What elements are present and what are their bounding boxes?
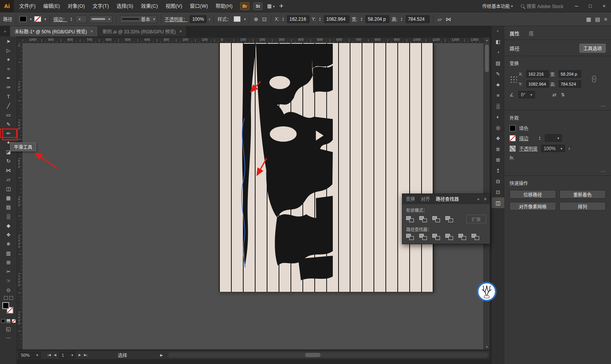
pencil-smooth-tool[interactable]: ✏ — [0, 129, 17, 138]
intersect-icon[interactable] — [432, 216, 440, 222]
panel-layout-icon[interactable]: ▤ — [595, 16, 600, 22]
gradient-mode-icon[interactable] — [7, 319, 10, 323]
stepper-down-icon[interactable]: ▾ — [318, 19, 322, 22]
tab-align[interactable]: 对齐 — [421, 195, 430, 202]
opacity-disclosure-icon[interactable]: › — [209, 17, 210, 22]
y-input[interactable]: 1082.964 — [324, 15, 349, 23]
document-tab-active[interactable]: 未标题-1* @ 50% (RGB/GPU 预览) × — [10, 26, 98, 36]
stroke-weight-select[interactable]: ▾ — [75, 15, 87, 23]
stroke-color-swatch[interactable] — [510, 135, 516, 141]
menu-select[interactable]: 选择(S) — [113, 0, 137, 12]
transform-more-options-icon[interactable]: ··· — [504, 102, 611, 110]
merge-icon[interactable] — [432, 234, 440, 240]
panel-icon-swatches[interactable]: ▤ — [491, 58, 505, 68]
panel-icon-symbols[interactable]: ♣ — [491, 79, 505, 90]
rotate-tool[interactable]: ↻ — [0, 156, 17, 165]
tab-properties[interactable]: 属性 — [510, 30, 520, 37]
divide-icon[interactable] — [406, 234, 414, 240]
panel-icon-brushes[interactable]: ✎ — [491, 68, 505, 79]
magic-wand-tool[interactable]: ✶ — [0, 55, 17, 64]
opacity-select[interactable]: 100%▾ — [541, 145, 565, 152]
last-artboard-icon[interactable]: ▶| — [84, 353, 87, 357]
preferences-icon[interactable]: ⊡ — [262, 16, 267, 22]
swap-colors-icon[interactable] — [9, 296, 13, 300]
artboard-number-select[interactable]: 1▾ — [59, 352, 75, 358]
stepper-down-icon[interactable]: ▾ — [281, 19, 285, 22]
close-tab-icon[interactable]: × — [90, 29, 93, 34]
rectangle-tool[interactable]: ▭ — [0, 110, 17, 119]
opacity-disclosure-icon[interactable]: › — [568, 146, 570, 151]
stepper-down-icon[interactable]: ▾ — [70, 19, 73, 22]
minus-back-icon[interactable] — [472, 234, 479, 240]
next-artboard-icon[interactable]: ▶ — [78, 353, 81, 357]
stroke-label[interactable]: 描边 — [519, 135, 528, 141]
width-stepper[interactable]: ▴▾ — [360, 17, 363, 22]
panel-icon-transparency[interactable]: ◐ — [491, 111, 505, 122]
screen-mode-icon[interactable]: ◱ — [0, 326, 17, 332]
height-input[interactable] — [559, 80, 581, 88]
pen-tool[interactable]: ✒ — [0, 73, 17, 83]
document-tab[interactable]: 新的.ai @ 33.33% (RGB/GPU 预览) × — [98, 26, 187, 36]
panel-icon-gradient[interactable]: ▒ — [491, 101, 505, 111]
x-input[interactable] — [526, 70, 549, 78]
horizontal-ruler[interactable]: 1000 900 800 700 600 500 400 300 200 100… — [22, 38, 483, 43]
fill-color-swatch[interactable] — [20, 16, 27, 22]
stroke-weight-label[interactable]: 描边： — [53, 16, 67, 22]
bridge-button[interactable]: Br — [240, 2, 249, 10]
toolbar-collapse-icon[interactable]: » — [0, 26, 10, 36]
status-expand-icon[interactable]: ▶ — [160, 353, 163, 357]
document-setup-icon[interactable]: ⊕ — [254, 16, 258, 22]
fill-color-swatch[interactable] — [510, 125, 516, 131]
shape-builder-tool[interactable]: ◫ — [0, 184, 17, 193]
free-transform-tool[interactable]: ▱ — [0, 175, 17, 184]
tab-pathfinder[interactable]: 路径查找器 — [436, 195, 459, 202]
app-logo[interactable]: Ai — [0, 0, 14, 12]
width-tool[interactable]: ⋈ — [0, 165, 17, 175]
panel-icon-appearance[interactable]: ◎ — [491, 122, 505, 133]
vertical-ruler[interactable]: 0 200 400 600 800 1000 1200 1400 — [17, 43, 22, 349]
fill-color-box[interactable] — [2, 302, 9, 309]
color-mode-icon[interactable] — [1, 319, 5, 323]
arrange-documents-icon[interactable]: ▦▾ — [267, 3, 275, 9]
unite-icon[interactable] — [406, 216, 414, 222]
stroke-weight-stepper[interactable]: ▴▾ — [538, 136, 541, 141]
slice-tool[interactable]: ✂ — [0, 267, 17, 276]
rotation-select[interactable]: 0°▾ — [518, 91, 535, 98]
menu-edit[interactable]: 编辑(E) — [40, 0, 64, 12]
panel-icon-artboards[interactable]: ⊞ — [491, 154, 505, 165]
eyedropper-tool[interactable]: ◆ — [0, 221, 17, 230]
isolate-icon[interactable]: ⋈ — [445, 16, 451, 22]
crop-icon[interactable] — [445, 234, 453, 240]
recolor-button[interactable]: 重新着色 — [560, 190, 606, 199]
appearance-more-options-icon[interactable]: ··· — [504, 167, 611, 175]
effects-button[interactable]: fx. — [510, 155, 515, 160]
panel-icon-asset-export[interactable]: ↥ — [491, 165, 505, 176]
offset-path-button[interactable]: 位移路径 — [510, 190, 556, 199]
stroke-weight-stepper[interactable]: ▴▾ — [70, 17, 73, 22]
perspective-grid-tool[interactable]: ▦ — [0, 193, 17, 202]
flip-horizontal-icon[interactable]: ⇄ — [553, 92, 556, 98]
trim-icon[interactable] — [419, 234, 427, 240]
first-artboard-icon[interactable]: |◀ — [48, 353, 51, 357]
ruler-origin-corner[interactable] — [17, 38, 22, 43]
minimize-button[interactable]: ─ — [569, 0, 583, 12]
stepper-down-icon[interactable]: ▾ — [360, 19, 363, 22]
maximize-button[interactable]: □ — [583, 0, 597, 12]
panel-collapse-icon[interactable]: » — [477, 197, 479, 201]
tool-options-button[interactable]: 工具选项 — [579, 44, 606, 53]
y-stepper[interactable]: ▴▾ — [318, 17, 322, 22]
width-profile-select[interactable]: ▾ — [89, 15, 113, 23]
blend-tool[interactable]: ❖ — [0, 230, 17, 239]
collapse-panels-icon[interactable]: » — [491, 26, 504, 36]
tab-transform[interactable]: 变换 — [406, 195, 415, 202]
expand-button[interactable]: 扩展 — [466, 215, 486, 223]
panel-icon-color[interactable]: ◧ — [491, 36, 505, 47]
arrange-button[interactable]: 排列 — [560, 202, 606, 210]
opacity-input[interactable]: 100% — [190, 15, 206, 23]
scroll-up-icon[interactable]: ▴ — [484, 38, 490, 42]
chevron-down-icon[interactable]: ▾ — [45, 17, 46, 21]
stock-search[interactable]: 搜索 Adobe Stock — [521, 3, 563, 9]
exclude-icon[interactable] — [445, 216, 453, 222]
artboard[interactable] — [219, 43, 433, 292]
graphic-style-swatch[interactable] — [234, 16, 241, 22]
